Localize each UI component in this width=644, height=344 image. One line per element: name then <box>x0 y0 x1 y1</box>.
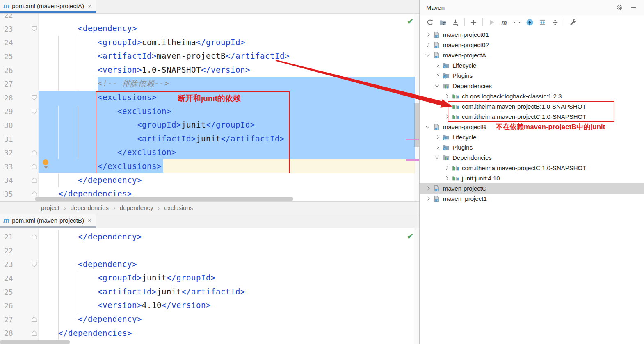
code-area[interactable]: <artifactId>junit</artifactId> <box>39 132 419 146</box>
editor-a-body[interactable]: 2223 <dependency>24 <groupId>com.itheima… <box>0 14 419 201</box>
tree-item-Plugins[interactable]: Plugins <box>420 71 644 81</box>
code-area[interactable]: <version>1.0-SNAPSHOT</version> <box>39 63 419 77</box>
chevron-right-icon[interactable] <box>443 114 450 120</box>
code-area[interactable]: </dependency> <box>39 173 419 187</box>
fold-marker-icon[interactable] <box>32 95 37 100</box>
tree-item-maven-projectB[interactable]: mmaven-projectB不在依赖maven-projectB中的junit <box>420 122 644 132</box>
tree-item-Dependencies[interactable]: Dependencies <box>420 81 644 91</box>
tree-item-ch-qos-logback-logback-classic-1-2-3[interactable]: ch.qos.logback:logback-classic:1.2.3 <box>420 91 644 101</box>
code-line-26[interactable]: 26 <version>4.10</version> <box>0 298 419 312</box>
maven-settings-icon[interactable] <box>567 17 580 27</box>
code-line-32[interactable]: 32 </exclusion> <box>0 146 419 159</box>
gear-icon[interactable] <box>614 2 624 12</box>
code-area[interactable]: <groupId>com.itheima</groupId> <box>39 36 419 50</box>
run-build-icon[interactable] <box>485 17 498 27</box>
tree-item-maven_project1[interactable]: mmaven_project1 <box>420 194 644 204</box>
code-area[interactable]: </dependency> <box>39 312 419 326</box>
tree-item-Lifecycle[interactable]: Lifecycle <box>420 132 644 142</box>
expand-all-icon[interactable] <box>536 17 549 27</box>
code-line-31[interactable]: 31 <artifactId>junit</artifactId> <box>0 132 419 146</box>
generate-sources-icon[interactable] <box>436 17 449 27</box>
vertical-scrollbar-thumb[interactable] <box>414 103 419 147</box>
reimport-icon[interactable] <box>424 17 436 27</box>
tree-item-Lifecycle[interactable]: Lifecycle <box>420 60 644 71</box>
fold-marker-icon[interactable] <box>32 317 37 322</box>
chevron-right-icon[interactable] <box>443 165 450 171</box>
tree-item-com-itheima-maven-projectB-1-0-SNAPSHOT[interactable]: com.itheima:maven-projectB:1.0-SNAPSHOT <box>420 101 644 112</box>
tree-item-Dependencies[interactable]: Dependencies <box>420 153 644 163</box>
code-line-24[interactable]: 24 <groupId>com.itheima</groupId> <box>0 36 419 50</box>
code-line-23[interactable]: 23 <dependency> <box>0 257 419 271</box>
chevron-right-icon[interactable] <box>434 73 441 79</box>
code-area[interactable]: </exclusions> <box>39 159 419 173</box>
fold-marker-icon[interactable] <box>32 330 37 336</box>
tree-item-junit-junit-4-10[interactable]: junit:junit:4.10 <box>420 173 644 183</box>
chevron-right-icon[interactable] <box>434 62 441 69</box>
code-line-25[interactable]: 25 <artifactId>junit</artifactId> <box>0 285 419 299</box>
chevron-right-icon[interactable] <box>434 134 441 141</box>
chevron-right-icon[interactable] <box>425 32 431 38</box>
tree-item-maven-project02[interactable]: mmaven-project02 <box>420 40 644 50</box>
execute-goal-icon[interactable]: m <box>498 17 511 27</box>
code-area[interactable]: <dependency> <box>39 22 419 36</box>
intention-lightbulb-icon[interactable] <box>43 159 49 168</box>
fold-marker-icon[interactable] <box>32 191 37 196</box>
vertical-scrollbar[interactable] <box>414 228 419 344</box>
offline-mode-icon[interactable] <box>523 17 536 27</box>
code-line-22[interactable]: 22 <box>0 14 419 22</box>
chevron-right-icon[interactable] <box>425 196 431 202</box>
chevron-down-icon[interactable] <box>434 155 441 161</box>
chevron-right-icon[interactable] <box>443 175 450 182</box>
fold-marker-icon[interactable] <box>32 178 37 183</box>
fold-marker-icon[interactable] <box>32 234 37 239</box>
skip-tests-icon[interactable] <box>511 17 523 27</box>
chevron-right-icon[interactable] <box>434 144 441 151</box>
fold-marker-icon[interactable] <box>32 262 37 267</box>
code-area[interactable]: <!-- 排除依赖--> <box>39 77 419 91</box>
code-line-21[interactable]: 21 </dependency> <box>0 230 419 244</box>
breadcrumb-item-dependency[interactable]: dependency <box>120 204 153 211</box>
horizontal-scrollbar-thumb[interactable] <box>0 340 70 344</box>
code-area[interactable]: <version>4.10</version> <box>39 298 419 312</box>
chevron-down-icon[interactable] <box>425 52 431 59</box>
minimize-icon[interactable] <box>628 2 638 12</box>
tree-item-com-itheima-maven-projectC-1-0-SNAPSHOT[interactable]: com.itheima:maven-projectC:1.0-SNAPSHOT <box>420 163 644 173</box>
code-line-28[interactable]: 28 </dependencies> <box>0 326 419 340</box>
code-area[interactable]: <artifactId>junit</artifactId> <box>39 285 419 299</box>
tree-item-maven-projectA[interactable]: mmaven-projectA <box>420 50 644 60</box>
code-line-24[interactable]: 24 <groupId>junit</groupId> <box>0 271 419 285</box>
code-line-30[interactable]: 30 <groupId>junit</groupId> <box>0 118 419 132</box>
tree-item-com-itheima-maven-projectC-1-0-SNAPSHOT[interactable]: com.itheima:maven-projectC:1.0-SNAPSHOT <box>420 112 644 122</box>
code-area[interactable]: <dependency> <box>39 257 419 271</box>
code-area[interactable]: <groupId>junit</groupId> <box>39 271 419 285</box>
tab-pom-maven-projectA[interactable]: m pom.xml (maven-projectA) × <box>0 0 96 13</box>
code-area[interactable] <box>39 14 419 22</box>
code-area[interactable]: <artifactId>maven-projectB</artifactId> <box>39 49 419 63</box>
code-line-22[interactable]: 22 <box>0 244 419 257</box>
code-line-27[interactable]: 27 </dependency> <box>0 312 419 326</box>
code-line-27[interactable]: 27 <!-- 排除依赖--> <box>0 77 419 91</box>
close-icon[interactable]: × <box>88 217 91 224</box>
close-icon[interactable]: × <box>88 2 91 9</box>
fold-marker-icon[interactable] <box>32 150 37 155</box>
tab-pom-maven-projectB[interactable]: m pom.xml (maven-projectB) × <box>0 214 96 228</box>
editor-b-body[interactable]: 21 </dependency>2223 <dependency>24 <gro… <box>0 228 419 344</box>
breadcrumb-item-project[interactable]: project <box>41 204 59 211</box>
download-sources-icon[interactable] <box>449 17 462 27</box>
code-area[interactable]: </dependencies> <box>39 326 419 340</box>
tree-item-maven-project01[interactable]: mmaven-project01 <box>420 30 644 40</box>
fold-marker-icon[interactable] <box>32 109 37 114</box>
code-line-34[interactable]: 34 </dependency> <box>0 173 419 187</box>
code-area[interactable]: </dependency> <box>39 230 419 244</box>
add-maven-project-icon[interactable] <box>467 17 480 27</box>
breadcrumb-item-dependencies[interactable]: dependencies <box>71 204 109 211</box>
chevron-right-icon[interactable] <box>443 93 450 100</box>
collapse-all-icon[interactable] <box>549 17 562 27</box>
breadcrumb-item-exclusions[interactable]: exclusions <box>164 204 193 211</box>
chevron-down-icon[interactable] <box>434 83 441 89</box>
tree-item-maven-projectC[interactable]: mmaven-projectC <box>420 183 644 194</box>
code-line-26[interactable]: 26 <version>1.0-SNAPSHOT</version> <box>0 63 419 77</box>
chevron-right-icon[interactable] <box>425 42 431 48</box>
chevron-right-icon[interactable] <box>425 185 431 192</box>
horizontal-scrollbar-thumb[interactable] <box>35 197 293 201</box>
